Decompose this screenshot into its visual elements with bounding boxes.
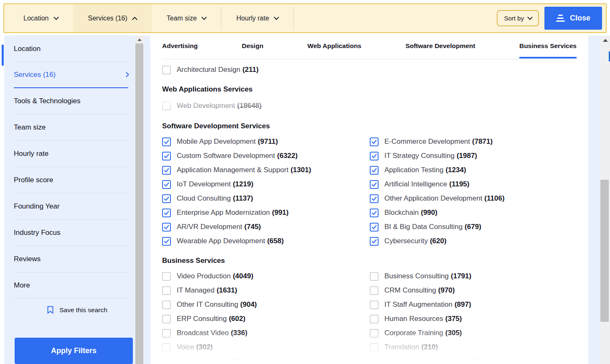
checkbox-checked[interactable] <box>162 237 171 246</box>
filter-chip-hourly-rate[interactable]: Hourly rate <box>221 4 293 32</box>
scroll-up-arrow-icon[interactable] <box>137 38 142 41</box>
sidebar-item-profile-score[interactable]: Profile score <box>14 167 128 193</box>
checkbox-unchecked[interactable] <box>162 329 171 338</box>
sidebar-item-hourly-rate[interactable]: Hourly rate <box>14 141 128 167</box>
service-item-application-management-support[interactable]: Application Management & Support(1301) <box>162 163 370 177</box>
checkbox-unchecked[interactable] <box>162 286 171 295</box>
service-item-crm-consulting[interactable]: CRM Consulting(970) <box>370 283 577 298</box>
service-item-it-managed[interactable]: IT Managed(1631) <box>162 283 370 298</box>
checkbox-checked[interactable] <box>370 180 379 189</box>
checkbox-unchecked[interactable] <box>162 300 171 309</box>
checkbox-checked[interactable] <box>370 209 379 217</box>
apply-filters-button[interactable]: Apply Filters <box>15 338 133 364</box>
section-rows: Video Production(4049)Business Consultin… <box>162 269 577 364</box>
service-item-ar-vr-development[interactable]: AR/VR Development(745) <box>162 220 370 234</box>
checkbox-checked[interactable] <box>370 194 379 203</box>
checkbox-checked[interactable] <box>370 223 379 232</box>
service-item-artificial-intelligence[interactable]: Artificial Intelligence(1195) <box>370 177 577 191</box>
checkbox-unchecked[interactable] <box>370 272 379 281</box>
service-item-non-voice-bpo[interactable]: Non-Voice BPO(204) <box>162 354 370 364</box>
service-item-bi-big-data-consulting[interactable]: BI & Big Data Consulting(679) <box>370 220 577 234</box>
service-item-other-it-consulting[interactable]: Other IT Consulting(904) <box>162 298 370 312</box>
checkbox-unchecked[interactable] <box>162 343 171 352</box>
checkbox-checked[interactable] <box>162 223 171 232</box>
topbar-right: Sort by Close <box>497 7 606 30</box>
service-item-label: Architectural Design(211) <box>177 66 259 74</box>
sidebar-scrollbar-thumb[interactable] <box>135 43 143 364</box>
checkbox-unchecked[interactable] <box>162 66 171 74</box>
checkbox-unchecked[interactable] <box>370 286 379 295</box>
checkbox-unchecked[interactable] <box>162 357 171 364</box>
checkbox-unchecked[interactable] <box>162 272 171 281</box>
service-item-corporate-training[interactable]: Corporate Training(305) <box>370 326 577 340</box>
checkbox-checked[interactable] <box>162 194 171 203</box>
scroll-up-arrow-icon[interactable] <box>603 39 608 42</box>
sidebar-item-tools-technologies[interactable]: Tools & Technologies <box>14 88 128 115</box>
service-item-other-application-development[interactable]: Other Application Development(1106) <box>370 191 577 206</box>
service-item-it-strategy-consulting[interactable]: IT Strategy Consulting(1987) <box>370 149 577 163</box>
service-item-mobile-app-development[interactable]: Mobile App Development(9711) <box>162 135 370 149</box>
checkbox-checked[interactable] <box>162 180 171 189</box>
checkbox-unchecked[interactable] <box>370 329 379 338</box>
sidebar-item-more[interactable]: More <box>14 272 128 299</box>
sort-by-button[interactable]: Sort by <box>497 10 539 26</box>
sidebar-item-services-16-[interactable]: Services (16) <box>14 62 128 88</box>
browser-scrollbar[interactable] <box>600 36 610 364</box>
service-item-human-resources[interactable]: Human Resources(375) <box>370 312 577 326</box>
filter-chip-services-16-[interactable]: Services (16) <box>73 4 152 32</box>
checkbox-checked[interactable] <box>370 166 379 175</box>
sidebar-item-founding-year[interactable]: Founding Year <box>14 193 128 220</box>
service-item-blockchain[interactable]: Blockchain(990) <box>370 206 577 220</box>
sidebar-item-team-size[interactable]: Team size <box>14 115 128 141</box>
service-item-broadcast-video[interactable]: Broadcast Video(336) <box>162 326 370 340</box>
service-item-label: Web Development(18648) <box>177 102 262 110</box>
chevron-down-icon <box>201 15 207 20</box>
service-item-web-development[interactable]: Web Development(18648) <box>162 99 370 113</box>
tab-web-applications[interactable]: Web Applications <box>308 42 361 59</box>
checkbox-checked[interactable] <box>370 237 379 246</box>
checkbox-unchecked[interactable] <box>370 343 379 352</box>
service-item-translation[interactable]: Translation(210) <box>370 340 577 354</box>
service-item-voice[interactable]: Voice(302) <box>162 340 370 354</box>
service-item-business-consulting[interactable]: Business Consulting(1791) <box>370 269 577 283</box>
checkbox-unchecked[interactable] <box>162 102 171 110</box>
service-item-wearable-app-development[interactable]: Wearable App Development(658) <box>162 234 370 248</box>
filter-chip-location[interactable]: Location <box>8 4 73 32</box>
save-search-button[interactable]: Save this search <box>47 306 107 314</box>
checkbox-checked[interactable] <box>162 209 171 217</box>
tab-business-services[interactable]: Business Services <box>519 42 577 59</box>
service-item-cybersecurity[interactable]: Cybersecurity(620) <box>370 234 577 248</box>
service-item-iot-development[interactable]: IoT Development(1219) <box>162 177 370 191</box>
sidebar-item-industry-focus[interactable]: Industry Focus <box>14 220 128 246</box>
service-item-application-testing[interactable]: Application Testing(1234) <box>370 163 577 177</box>
filter-chip-team-size[interactable]: Team size <box>152 4 221 32</box>
service-item-video-production[interactable]: Video Production(4049) <box>162 269 370 283</box>
checkbox-checked[interactable] <box>162 152 171 160</box>
service-item-cloud-consulting[interactable]: Cloud Consulting(1137) <box>162 191 370 206</box>
checkmark-icon <box>164 239 169 244</box>
service-item-commercial-development[interactable]: Commercial Development(169) <box>370 354 577 364</box>
service-item-architectural-design[interactable]: Architectural Design(211) <box>162 63 370 77</box>
close-button[interactable]: Close <box>544 7 602 30</box>
service-item-erp-consulting[interactable]: ERP Consulting(602) <box>162 312 370 326</box>
service-item-e-commerce-development[interactable]: E-Commerce Development(7871) <box>370 135 577 149</box>
sidebar-item-location[interactable]: Location <box>14 36 128 62</box>
checkbox-unchecked[interactable] <box>370 315 379 323</box>
browser-scrollbar-thumb[interactable] <box>600 180 609 322</box>
tab-advertising[interactable]: Advertising <box>162 42 198 59</box>
tab-software-development[interactable]: Software Development <box>405 42 475 59</box>
service-item-custom-software-development[interactable]: Custom Software Development(6322) <box>162 149 370 163</box>
service-item-it-staff-augmentation[interactable]: IT Staff Augmentation(897) <box>370 298 577 312</box>
sidebar-item-reviews[interactable]: Reviews <box>14 246 128 272</box>
checkbox-unchecked[interactable] <box>370 357 379 364</box>
service-item-enterprise-app-modernization[interactable]: Enterprise App Modernization(991) <box>162 206 370 220</box>
checkbox-unchecked[interactable] <box>162 315 171 323</box>
sidebar-item-label: Reviews <box>14 255 41 263</box>
checkbox-checked[interactable] <box>162 166 171 175</box>
checkbox-checked[interactable] <box>370 137 379 146</box>
checkbox-checked[interactable] <box>370 152 379 160</box>
checkbox-unchecked[interactable] <box>370 300 379 309</box>
tab-design[interactable]: Design <box>242 42 264 59</box>
sidebar-scrollbar[interactable] <box>135 36 143 364</box>
checkbox-checked[interactable] <box>162 137 171 146</box>
